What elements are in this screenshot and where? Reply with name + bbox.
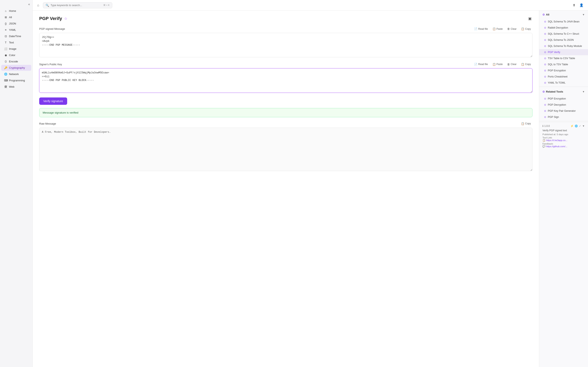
signers-key-read-file-button[interactable]: 📄 Read file <box>472 62 489 67</box>
panel-item-sql-cpp[interactable]: ⊙ SQL Schema To C++ Struct <box>539 31 588 37</box>
panel-item-yaml-toml[interactable]: ⊙ YAML To TOML <box>539 80 588 86</box>
sidebar-item-json[interactable]: {} JSON <box>1 21 31 26</box>
all-icon: ⊞ <box>4 16 7 19</box>
sidebar-item-image[interactable]: ⬜ Image <box>1 46 31 52</box>
signers-key-textarea[interactable]: mSALlu4mGNXKmGJ+GuPf/xjX1I5WqjMpJa3owM5E… <box>39 68 532 93</box>
panel-item-label: SQL to TSV Table <box>548 63 568 66</box>
sidebar-item-color[interactable]: ◉ Color <box>1 52 31 58</box>
paste-icon: 📋 <box>493 63 496 66</box>
all-panel-section: ⊙ All ▼ ⊙ SQL Schema To JAVA Bean ⊙ Rabb… <box>539 11 588 86</box>
all-section-title: ⊙ All <box>543 13 549 16</box>
pgp-message-read-file-button[interactable]: 📄 Read file <box>472 26 489 31</box>
related-section-icon: ⊙ <box>543 90 545 93</box>
web-icon: 🕸 <box>4 85 7 88</box>
layout-icon: ▣ <box>528 17 532 21</box>
raw-message-copy-button[interactable]: 📋 Copy <box>519 121 532 126</box>
feedback-link[interactable]: 💬 https://github.com/... <box>543 145 585 148</box>
version-section: ℹ 1.0.0 ⚡ 🌐 ✓ ▼ Verify PGP signed text P… <box>539 122 588 151</box>
all-section-header[interactable]: ⊙ All ▼ <box>539 11 588 18</box>
panel-item-tsv-csv[interactable]: ⊙ TSV Table to CSV Table <box>539 55 588 61</box>
sidebar-item-label: Image <box>9 47 16 50</box>
tool-area: PGP Verify ☆ ▣ PGP-signed Message 📄 Read… <box>33 11 539 367</box>
home-button[interactable]: ⌂ <box>36 2 40 8</box>
panel-item-rabbit[interactable]: ⊙ Rabbit Decryption <box>539 25 588 31</box>
sidebar-item-network[interactable]: 🌐 Network <box>1 71 31 77</box>
sidebar-item-encode[interactable]: ⟨⟩ Encode <box>1 58 31 64</box>
sidebar: « ⌂ Home ⊞ All {} JSON ≡ YAML ⊡ Date/Tim… <box>0 0 33 367</box>
panel-item-related-pgp-key-pair[interactable]: ⊙ PGP Key Pair Generator <box>539 108 588 114</box>
sidebar-item-label: Text <box>9 41 14 44</box>
share-button[interactable]: ⬆ <box>571 2 577 8</box>
text-icon: T <box>4 41 7 44</box>
sidebar-item-label: Cryptography <box>9 66 25 69</box>
tool-icon: ⊙ <box>544 39 546 42</box>
panel-item-related-pgp-decryption[interactable]: ⊙ PGP Decryption <box>539 102 588 108</box>
signers-key-clear-button[interactable]: 🗑 Clear <box>506 62 518 67</box>
signers-key-copy-button[interactable]: 📋 Copy <box>519 62 532 67</box>
feedback-icon: 💬 <box>543 145 545 148</box>
sidebar-item-programming[interactable]: ⌨ Programming <box>1 77 31 83</box>
tool-link[interactable]: 📋 https://t.he3app.co... <box>543 139 585 142</box>
version-divider <box>539 121 588 121</box>
panel-item-sql-ruby[interactable]: ⊙ SQL Schema To Ruby Module <box>539 43 588 49</box>
result-box: Message signature is verified <box>39 108 532 117</box>
verify-signature-button[interactable]: Verify signature <box>39 98 67 105</box>
tool-link-icon: 📋 <box>543 139 545 142</box>
upload-icon: 📄 <box>474 27 477 30</box>
tool-icon: ⊙ <box>544 109 546 112</box>
sidebar-item-home[interactable]: ⌂ Home <box>1 8 31 14</box>
feedback-row: Feedback: 💬 https://github.com/... <box>543 142 585 148</box>
raw-message-actions: 📋 Copy <box>519 121 532 126</box>
tool-icon: ⊙ <box>544 20 546 23</box>
raw-message-textarea[interactable]: A Free, Modern Toolbox, Built for Develo… <box>39 128 532 171</box>
panel-item-label: PGP Key Pair Generator <box>548 109 576 112</box>
user-button[interactable]: 👤 <box>578 2 585 8</box>
sidebar-item-yaml[interactable]: ≡ YAML <box>1 27 31 33</box>
sidebar-item-text[interactable]: T Text <box>1 40 31 45</box>
panel-item-sql-java[interactable]: ⊙ SQL Schema To JAVA Bean <box>539 18 588 25</box>
sidebar-item-datetime[interactable]: ⊡ Date/Time <box>1 33 31 39</box>
layout-button[interactable]: ▣ <box>527 16 532 22</box>
favorite-button[interactable]: ☆ <box>64 16 67 21</box>
panel-item-sql-tsv[interactable]: ⊙ SQL to TSV Table <box>539 61 588 67</box>
pgp-message-label: PGP-signed Message <box>39 27 65 30</box>
pgp-message-clear-button[interactable]: 🗑 Clear <box>506 26 518 31</box>
panel-item-label: PGP Encryption <box>548 97 566 100</box>
panel-item-label: PGP Sign <box>548 116 559 118</box>
pgp-message-textarea[interactable]: JSj7Og== =Avpk -----END PGP MESSAGE----- <box>39 33 532 57</box>
network-icon: 🌐 <box>4 73 7 76</box>
signers-key-paste-button[interactable]: 📋 Paste <box>491 62 504 67</box>
pgp-message-actions: 📄 Read file 📋 Paste 🗑 Clear 📋 <box>472 26 532 31</box>
panel-item-sql-json[interactable]: ⊙ SQL Schema To JSON <box>539 37 588 43</box>
globe-icon: 🌐 <box>575 125 578 127</box>
sidebar-item-web[interactable]: 🕸 Web <box>1 84 31 90</box>
pgp-message-header: PGP-signed Message 📄 Read file 📋 Paste 🗑 <box>39 26 532 31</box>
panel-item-related-pgp-encryption[interactable]: ⊙ PGP Encryption <box>539 96 588 102</box>
page-title: PGP Verify <box>39 16 62 21</box>
related-section-header[interactable]: ⊙ Related Tools ▼ <box>539 88 588 96</box>
datetime-icon: ⊡ <box>4 35 7 38</box>
yaml-icon: ≡ <box>4 28 7 31</box>
panel-item-pgp-verify[interactable]: ⊙ PGP Verify <box>539 49 588 55</box>
tool-link-label: Tool Link: <box>543 136 553 139</box>
related-section-chevron: ▼ <box>582 90 585 93</box>
sidebar-collapse-button[interactable]: « <box>28 2 30 6</box>
panel-item-pgp-encryption[interactable]: ⊙ PGP Encryption <box>539 67 588 74</box>
main-area: ⌂ 🔍 ⌘ + K ⬆ 👤 PGP Verify ☆ ▣ <box>33 0 588 367</box>
topbar: ⌂ 🔍 ⌘ + K ⬆ 👤 <box>33 0 588 11</box>
related-panel-section: ⊙ Related Tools ▼ ⊙ PGP Encryption ⊙ PGP… <box>539 88 588 120</box>
sidebar-item-cryptography[interactable]: 🔑 Cryptography <box>1 65 31 71</box>
pgp-message-copy-button[interactable]: 📋 Copy <box>519 26 532 31</box>
pgp-message-paste-button[interactable]: 📋 Paste <box>491 26 504 31</box>
sidebar-item-all[interactable]: ⊞ All <box>1 14 31 20</box>
search-input[interactable] <box>51 4 102 7</box>
signers-key-actions: 📄 Read file 📋 Paste 🗑 Clear 📋 <box>472 62 532 67</box>
panel-item-ports[interactable]: ⊙ Ports Cheatsheet <box>539 74 588 80</box>
panel-item-label: YAML To TOML <box>548 81 566 84</box>
signers-key-header: Signer's Public Key 📄 Read file 📋 Paste … <box>39 62 532 67</box>
pgp-message-section: PGP-signed Message 📄 Read file 📋 Paste 🗑 <box>39 26 532 58</box>
tool-icon: ⊙ <box>544 63 546 66</box>
json-icon: {} <box>4 22 7 25</box>
version-number: ℹ 1.0.0 <box>543 125 550 127</box>
panel-item-related-pgp-sign[interactable]: ⊙ PGP Sign <box>539 114 588 120</box>
